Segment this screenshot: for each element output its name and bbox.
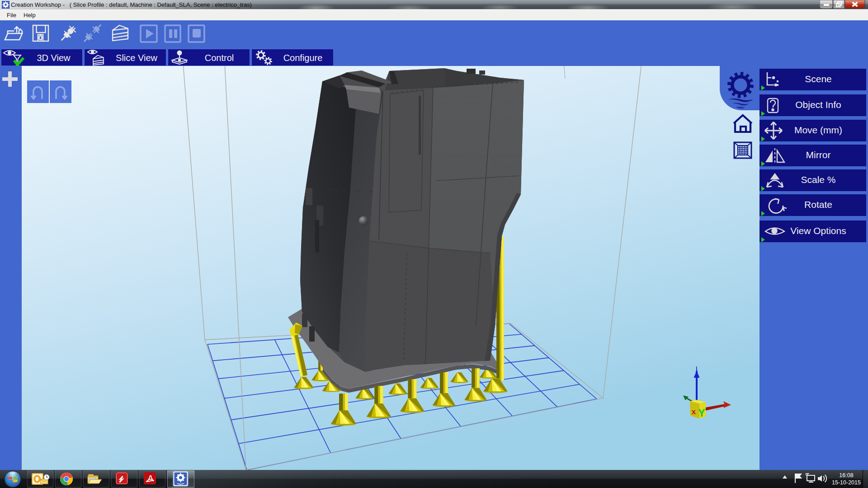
svg-text:Y: Y — [698, 407, 705, 419]
svg-text:x: x — [691, 407, 696, 416]
